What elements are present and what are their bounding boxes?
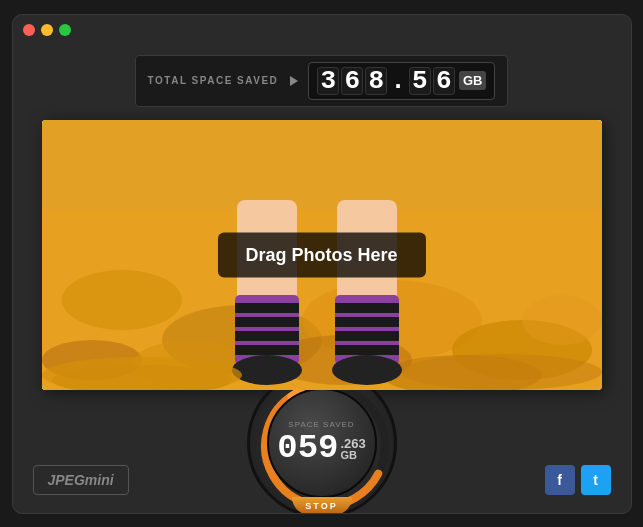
svg-point-1	[62, 270, 182, 330]
main-content: Drag Photos Here	[13, 115, 631, 393]
counter-dot: .	[389, 68, 407, 94]
photo-main: Drag Photos Here	[42, 120, 602, 390]
svg-rect-23	[335, 331, 399, 341]
space-saved-unit: GB	[340, 450, 357, 461]
twitter-icon[interactable]: t	[581, 465, 611, 495]
facebook-icon[interactable]: f	[545, 465, 575, 495]
svg-rect-15	[235, 317, 299, 327]
svg-rect-17	[235, 345, 299, 355]
svg-point-27	[402, 354, 602, 390]
svg-rect-16	[235, 331, 299, 341]
space-saved-number: 059	[277, 431, 338, 465]
space-saved-decimal: .263	[340, 437, 365, 450]
bottom-section: JPEGmini SPACE SAVED 059	[13, 393, 631, 513]
maximize-button[interactable]	[59, 24, 71, 36]
social-icons: f t	[545, 465, 611, 495]
space-saved-value: 059 .263 GB	[277, 431, 366, 465]
total-space-text: TOTAL SPACE SAVED	[148, 75, 279, 86]
svg-rect-22	[335, 317, 399, 327]
photo-area[interactable]: Drag Photos Here	[42, 120, 602, 390]
app-window: TOTAL SPACE SAVED 3 6 8 . 5 6 GB	[12, 14, 632, 514]
svg-rect-11	[42, 120, 602, 210]
counter-digit-2: 6	[341, 67, 363, 95]
svg-point-25	[332, 355, 402, 385]
svg-point-8	[522, 295, 602, 345]
svg-point-18	[232, 355, 302, 385]
traffic-lights	[23, 24, 71, 36]
counter-unit: GB	[459, 71, 487, 90]
space-saved-label: SPACE SAVED	[288, 420, 354, 429]
drag-text: Drag Photos Here	[245, 244, 397, 264]
gauge-inner: SPACE SAVED 059 .263 GB	[267, 388, 377, 498]
minimize-button[interactable]	[41, 24, 53, 36]
stop-button[interactable]: STOP	[292, 497, 352, 514]
counter-digit-1: 3	[317, 67, 339, 95]
svg-rect-21	[335, 303, 399, 313]
counter-digit-5: 6	[433, 67, 455, 95]
header-section: TOTAL SPACE SAVED 3 6 8 . 5 6 GB	[13, 45, 631, 115]
total-space-label: TOTAL SPACE SAVED 3 6 8 . 5 6 GB	[135, 55, 509, 107]
space-saved-decimal-group: .263 GB	[340, 437, 365, 461]
counter-display: 3 6 8 . 5 6 GB	[308, 62, 495, 100]
svg-rect-14	[235, 303, 299, 313]
counter-digit-4: 5	[409, 67, 431, 95]
drag-drop-overlay[interactable]: Drag Photos Here	[217, 232, 425, 277]
close-button[interactable]	[23, 24, 35, 36]
title-bar	[13, 15, 631, 45]
svg-rect-24	[335, 345, 399, 355]
play-icon	[290, 76, 298, 86]
counter-digit-3: 8	[365, 67, 387, 95]
jpegmini-logo-button[interactable]: JPEGmini	[33, 465, 129, 495]
